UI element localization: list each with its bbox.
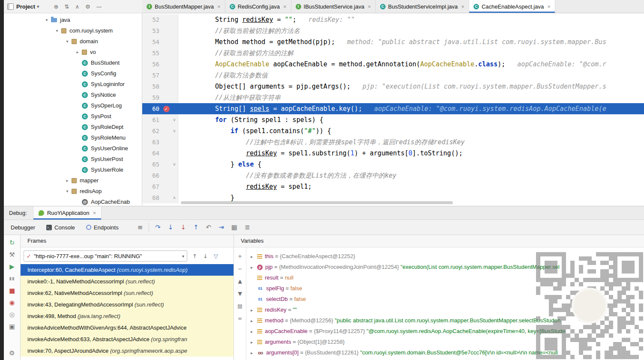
project-panel-title[interactable]: Project (16, 3, 35, 10)
chevron-down-icon[interactable]: ▾ (63, 36, 72, 47)
breakpoint-gutter[interactable] (162, 114, 171, 125)
breakpoint-gutter[interactable] (162, 192, 171, 203)
variable-row-arguments[interactable]: ▸arguments = {Object[1]@12258} (246, 336, 644, 347)
frame-row[interactable]: invoke:62, NativeMethodAccessorImpl (sun… (21, 287, 234, 299)
chevron-down-icon[interactable]: ▾ (53, 25, 61, 36)
stop-icon[interactable]: ■ (9, 287, 15, 294)
breakpoint-gutter[interactable] (162, 70, 171, 81)
variable-row-method[interactable]: ▸method = {Method@12256} "public abstrac… (246, 315, 644, 326)
close-icon[interactable]: × (461, 3, 464, 10)
force-step-into-icon[interactable]: ↓ (180, 223, 186, 231)
close-icon[interactable]: × (283, 3, 287, 10)
tree-item-sysroledept[interactable]: CSysRoleDept (4, 122, 142, 132)
code-line-65[interactable]: 65∨} else { (142, 159, 644, 170)
code-line-52[interactable]: 52String redisKey = "";redisKey: "" (142, 14, 644, 25)
variable-row-spelFlg[interactable]: 01spelFlg = false (246, 283, 644, 294)
add-watch-icon[interactable]: + (238, 253, 242, 259)
variable-row-aopCacheEnable[interactable]: ▸aopCacheEnable = {$Proxy114@12257} "@co… (246, 326, 644, 336)
breakpoint-gutter[interactable] (162, 125, 171, 137)
move-down-icon[interactable]: ▼ (238, 291, 242, 297)
frame-row[interactable]: Interceptor:60, CacheEnableAspect (com.r… (21, 264, 234, 276)
tree-item-mapper[interactable]: ▸mapper (4, 175, 142, 186)
mute-breakpoints-icon[interactable]: ◎ (9, 311, 15, 318)
code-line-61[interactable]: 61∨for (String spel1 : spels) { (142, 114, 644, 125)
run-to-cursor-icon[interactable]: ⇥ (219, 223, 224, 231)
fold-marker-icon[interactable]: ∨ (171, 125, 178, 137)
code-line-58[interactable]: 58Object[] arguments = pjp.getArgs();pjp… (142, 81, 644, 92)
code-line-64[interactable]: 64redisKey = spel1.substring(1) + argume… (142, 148, 644, 159)
breakpoint-gutter[interactable] (162, 81, 171, 92)
frame-down-icon[interactable]: ↓ (203, 253, 208, 259)
duplicate-icon[interactable]: ▤ (237, 303, 242, 309)
expand-chevron-icon[interactable]: ▸ (251, 348, 257, 358)
variable-row-this[interactable]: ▸this = {CacheEnableAspect@12252} (246, 251, 644, 262)
breakpoint-gutter[interactable] (162, 59, 171, 70)
view-breakpoints-icon[interactable]: ◉ (9, 299, 15, 306)
chevron-right-icon[interactable]: ▸ (73, 47, 82, 57)
filter-icon[interactable]: ▽ (214, 253, 218, 259)
code-line-59[interactable]: 59//从注解中获取字符串 (142, 92, 644, 103)
code-line-57[interactable]: 57//获取方法参数值 (142, 70, 644, 81)
step-into-icon[interactable]: ↓ (168, 223, 174, 231)
frame-row[interactable]: invoke:498, Method (java.lang.reflect) (21, 310, 234, 322)
breakpoint-gutter[interactable] (162, 36, 171, 48)
chevron-down-icon[interactable]: ▾ (37, 4, 39, 9)
code-line-60[interactable]: 60✓String[] spels = aopCacheEnable.key()… (142, 103, 644, 114)
hide-panel-icon[interactable]: — (96, 3, 102, 10)
close-icon[interactable]: × (93, 210, 96, 216)
breakpoint-gutter[interactable] (162, 137, 171, 148)
debug-session-tab[interactable]: RuoYiApplication × (33, 206, 102, 220)
variable-row-redisKey[interactable]: ▸redisKey = "" (246, 304, 644, 315)
breakpoint-gutter[interactable] (162, 181, 171, 192)
remove-watch-icon[interactable]: − (238, 266, 242, 272)
tree-item-sysuserrole[interactable]: CSysUserRole (4, 164, 142, 175)
code-line-56[interactable]: 56AopCacheEnable aopCacheEnable = method… (142, 59, 644, 70)
tab-console[interactable]: Console (46, 224, 75, 231)
debug-settings-icon[interactable]: ⚙ (9, 350, 15, 357)
show-watches-icon[interactable]: ∞ (238, 315, 242, 321)
breakpoint-gutter[interactable] (162, 148, 171, 159)
rerun-icon[interactable]: ↻ (9, 239, 15, 246)
code-line-55[interactable]: 55//获取当前被切方法的注解 (142, 48, 644, 59)
build-icon[interactable]: ⚒ (9, 251, 15, 258)
variable-row-pjp[interactable]: ▸ppjp = {MethodInvocationProceedingJoinP… (246, 262, 644, 272)
editor-tab[interactable]: CCacheEnableAspect.java× (469, 0, 555, 13)
frame-row[interactable]: invoke0:-1, NativeMethodAccessorImpl (su… (21, 276, 234, 287)
tree-item-com.ruoyi.system[interactable]: ▾com.ruoyi.system (4, 25, 142, 36)
settings-gear-icon[interactable]: ⚙ (85, 3, 90, 10)
tree-item-aopcacheenab[interactable]: @AopCacheEnab (4, 196, 142, 206)
expand-chevron-icon[interactable]: ▸ (251, 251, 257, 262)
frame-up-icon[interactable]: ↑ (192, 253, 197, 259)
frame-row[interactable]: invokeAdviceMethod:633, AbstractAspectJA… (21, 333, 234, 345)
chevron-right-icon[interactable]: ▸ (63, 175, 72, 186)
expand-all-icon[interactable]: ⇅ (65, 3, 69, 10)
frame-row[interactable]: invoke:70, AspectJAroundAdvice (org.spri… (21, 345, 234, 357)
variable-row-result[interactable]: result = null (246, 272, 644, 283)
tree-item-sysnotice[interactable]: CSysNotice (4, 89, 142, 100)
editor-horizontal-scrollbar[interactable] (181, 201, 453, 204)
locate-file-icon[interactable]: ⊕ (54, 3, 59, 10)
expand-chevron-icon[interactable]: ▸ (251, 305, 257, 315)
drop-frame-icon[interactable]: ↶ (206, 223, 212, 231)
layout-menu-icon[interactable]: ≡ (138, 223, 143, 231)
thread-selector[interactable]: ✓ "http-nio-7777-exe...oup "main": RUNNI… (24, 250, 187, 262)
resume-icon[interactable]: ▶ (9, 263, 15, 270)
pause-icon[interactable]: ▮▮ (9, 275, 15, 282)
code-line-66[interactable]: 66//没有参数或者参数是List的方法，在缓存中的key (142, 170, 644, 181)
tree-item-sysoperlog[interactable]: CSysOperLog (4, 100, 142, 111)
tree-item-busstudent[interactable]: CBusStudent (4, 57, 142, 68)
tree-item-sysuserpost[interactable]: CSysUserPost (4, 154, 142, 164)
tree-item-syspost[interactable]: CSysPost (4, 111, 142, 122)
fold-marker-icon[interactable]: ∨ (171, 114, 178, 125)
close-icon[interactable]: × (217, 3, 221, 10)
chevron-down-icon[interactable]: ▾ (42, 15, 51, 25)
evaluate-expression-icon[interactable]: ▦ (231, 223, 237, 231)
fold-marker-icon[interactable]: ∨ (171, 159, 178, 170)
tree-item-sysrolemenu[interactable]: CSysRoleMenu (4, 132, 142, 143)
tree-item-java[interactable]: ▾java (4, 15, 142, 25)
close-icon[interactable]: × (368, 3, 371, 10)
expand-chevron-icon[interactable]: ▸ (251, 326, 257, 336)
breakpoint-gutter[interactable]: ✓ (162, 103, 171, 114)
breakpoint-gutter[interactable] (162, 92, 171, 103)
breakpoint-gutter[interactable] (162, 170, 171, 181)
